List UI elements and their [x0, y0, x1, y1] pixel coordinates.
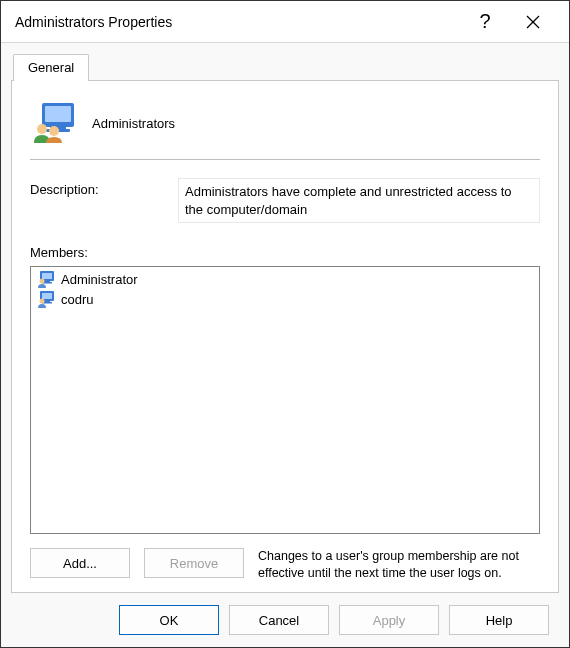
group-header: Administrators	[30, 99, 540, 157]
member-name: Administrator	[61, 272, 138, 287]
group-icon	[32, 103, 76, 143]
list-item[interactable]: Administrator	[35, 269, 535, 289]
svg-rect-9	[42, 273, 52, 279]
member-name: codru	[61, 292, 94, 307]
svg-point-6	[37, 124, 47, 134]
add-button[interactable]: Add...	[30, 548, 130, 578]
tabstrip: General	[11, 53, 559, 81]
group-name: Administrators	[92, 116, 175, 131]
cancel-button[interactable]: Cancel	[229, 605, 329, 635]
svg-rect-10	[44, 281, 50, 282]
ok-button[interactable]: OK	[119, 605, 219, 635]
titlebar: Administrators Properties ?	[1, 1, 569, 43]
list-item[interactable]: codru	[35, 289, 535, 309]
members-label: Members:	[30, 245, 540, 260]
close-icon	[526, 15, 540, 29]
svg-rect-3	[45, 106, 71, 122]
svg-rect-14	[42, 293, 52, 299]
description-field[interactable]: Administrators have complete and unrestr…	[178, 178, 540, 223]
membership-hint: Changes to a user's group membership are…	[258, 548, 540, 582]
tabpage-general: Administrators Description: Administrato…	[11, 80, 559, 593]
description-label: Description:	[30, 178, 168, 197]
svg-rect-15	[44, 301, 50, 302]
apply-button: Apply	[339, 605, 439, 635]
help-button-icon[interactable]: ?	[461, 1, 509, 43]
svg-point-17	[40, 299, 45, 304]
description-row: Description: Administrators have complet…	[30, 178, 540, 223]
below-list-row: Add... Remove Changes to a user's group …	[30, 548, 540, 582]
user-icon	[37, 270, 55, 288]
divider	[30, 159, 540, 160]
svg-point-7	[49, 126, 59, 136]
tab-general[interactable]: General	[13, 54, 89, 81]
client-area: General Administrators Description:	[1, 43, 569, 647]
remove-button: Remove	[144, 548, 244, 578]
members-list[interactable]: Administrator codru	[30, 266, 540, 534]
close-button[interactable]	[509, 1, 557, 43]
help-button[interactable]: Help	[449, 605, 549, 635]
user-icon	[37, 290, 55, 308]
window-title: Administrators Properties	[15, 14, 461, 30]
svg-point-12	[40, 279, 45, 284]
dialog-button-row: OK Cancel Apply Help	[11, 593, 559, 635]
